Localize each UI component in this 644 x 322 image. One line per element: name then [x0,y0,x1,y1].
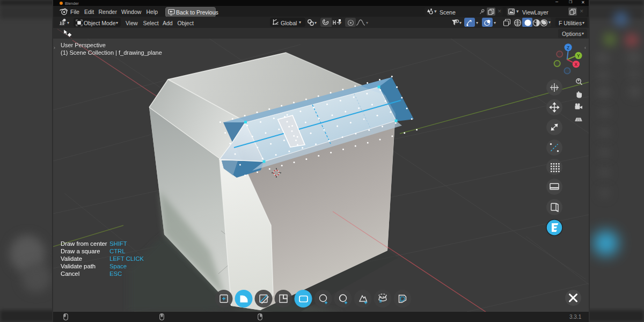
svg-text:CTRL: CTRL [109,248,126,254]
svg-text:Cancel: Cancel [61,270,79,277]
svg-text:Space: Space [109,263,127,269]
svg-text:Y: Y [577,53,580,58]
svg-text:ESC: ESC [109,270,122,277]
svg-text:LEFT CLICK: LEFT CLICK [109,255,144,262]
svg-text:Draw a square: Draw a square [61,248,100,254]
svg-text:Validate: Validate [61,255,82,262]
svg-text:Z: Z [567,45,569,50]
svg-text:›: › [54,45,55,50]
svg-text:‹: ‹ [584,45,586,50]
svg-text:X: X [575,62,578,67]
svg-text:Draw from center: Draw from center [61,240,107,247]
svg-text:User Perspective: User Perspective [61,42,106,48]
svg-text:Validate path: Validate path [61,263,96,269]
svg-text:(1) Scene Collection | f_drawi: (1) Scene Collection | f_drawing_plane [61,49,162,56]
svg-text:SHIFT: SHIFT [109,240,127,247]
